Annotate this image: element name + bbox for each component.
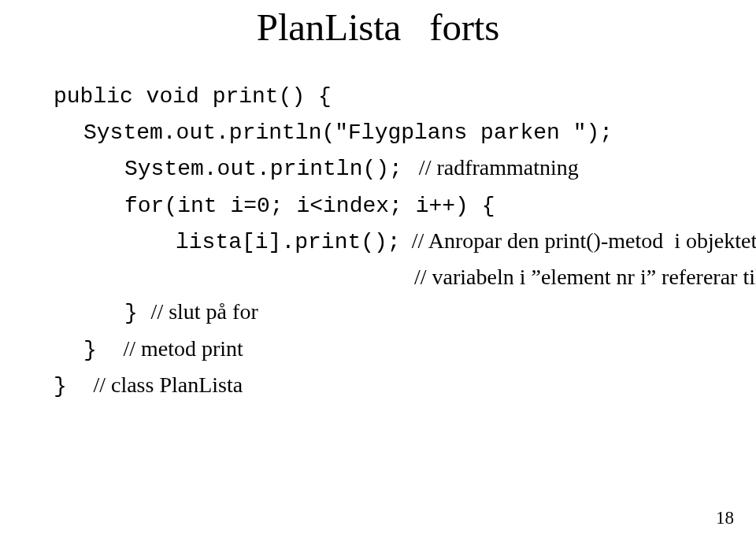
comment-text: // variabeln i ”element nr i” refererar … xyxy=(414,265,756,289)
code-line-4: for(int i=0; i<index; i++) { xyxy=(54,187,756,224)
code-text: public void print() { xyxy=(54,84,332,109)
code-line-1: public void print() { xyxy=(54,78,756,114)
code-text: System.out.println(); xyxy=(124,157,402,181)
code-line-8: } // class PlanLista xyxy=(54,368,756,404)
slide-title: PlanLista forts xyxy=(0,5,756,50)
code-line-5: lista[i].print(); // Anropar den print()… xyxy=(54,224,756,260)
slide: PlanLista forts public void print() { Sy… xyxy=(0,0,756,541)
code-line-3: System.out.println(); // radframmatning xyxy=(54,150,756,187)
code-line-5b: // variabeln i ”element nr i” refererar … xyxy=(54,260,756,295)
code-line-7: } // metod print xyxy=(54,332,756,368)
code-line-2: System.out.println("Flygplans parken "); xyxy=(54,114,756,150)
code-text: lista[i].print(); xyxy=(176,230,401,254)
code-text: for(int i=0; i<index; i++) { xyxy=(124,194,495,218)
code-text: } xyxy=(124,301,151,325)
comment-text: // metod print xyxy=(123,336,243,361)
page-number: 18 xyxy=(716,508,734,528)
comment-text: // Anropar den print()-metod i objektet … xyxy=(401,228,756,253)
code-text: } xyxy=(54,374,93,398)
code-text: System.out.println("Flygplans parken "); xyxy=(83,120,613,145)
code-line-6: } // slut på for xyxy=(54,295,756,331)
comment-text: // slut på for xyxy=(151,299,258,324)
page-number-text: 18 xyxy=(716,508,734,528)
code-text: } xyxy=(83,338,123,362)
slide-body: public void print() { System.out.println… xyxy=(0,78,756,404)
comment-text: // radframmatning xyxy=(402,155,579,180)
comment-text: // class PlanLista xyxy=(93,372,243,397)
title-text: PlanLista forts xyxy=(257,6,499,49)
